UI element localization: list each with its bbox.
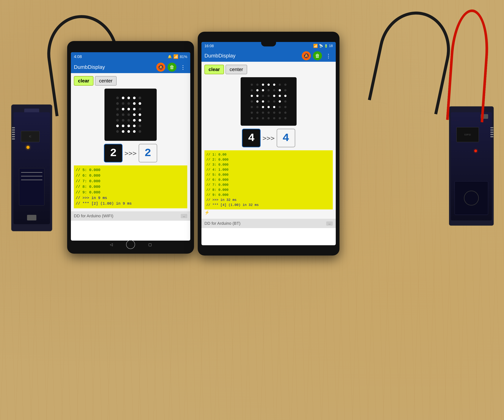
phone-right-content: clear center [201,62,336,219]
phone-left-menu-btn[interactable]: ⋮ [179,64,187,71]
phone-left-recent-btn[interactable]: ▢ [146,241,154,248]
phone-left-menu-icon: ⋮ [180,64,186,70]
phone-left-arrow: >>> [124,149,137,157]
svg-point-74 [262,112,264,114]
r-console-line-5: // 5: 0.000 [206,172,331,177]
svg-point-13 [127,108,130,110]
console-line-1: // 5: 0.000 [76,167,186,173]
svg-point-47 [268,89,270,91]
svg-point-23 [127,119,130,122]
r-console-line-8: // 8: 0.000 [206,187,331,192]
svg-point-65 [251,106,253,108]
svg-point-51 [251,95,253,97]
phone-left-status-bar: 4:08 🔔 📶 81% [71,52,190,61]
phone-right-battery-icon: 🔋 [324,44,328,48]
phone-left-app-bar: DumbDisplay 🔕 🗑 ⋮ [71,61,190,73]
phone-left-btn-row: clear center [74,76,187,86]
svg-point-83 [273,117,275,119]
phone-right-trash-btn[interactable]: 🗑 [313,51,322,60]
svg-point-66 [256,106,258,108]
arduino-right-board: ESP32 [449,106,494,226]
svg-point-71 [284,106,287,108]
r-console-line-11: // *** [4] (1.00) in 32 ms [206,203,331,208]
svg-point-70 [279,106,281,108]
svg-point-79 [251,117,253,119]
phone-left-center-btn[interactable]: center [95,76,117,86]
svg-point-25 [138,119,141,122]
phone-left-connect-btn[interactable]: 🔕 [156,63,165,72]
svg-point-28 [127,125,130,127]
phone-left-status-bottom: DD for Arduino (WIFI) ... [71,211,190,221]
phone-left-clear-btn[interactable]: clear [74,76,93,86]
phone-right-connection-label: DD for Arduino (BT) [204,221,240,226]
svg-point-54 [268,95,270,97]
r-console-line-1: // 1: 0.00 [206,152,331,157]
svg-point-3 [127,97,130,99]
phone-right-trash-icon: 🗑 [315,53,320,59]
phone-left-screen: 4:08 🔔 📶 81% DumbDisplay 🔕 🗑 ⋮ cle [71,52,190,240]
svg-point-22 [122,119,124,122]
phone-left-back-btn[interactable]: ◁ [108,241,115,248]
phone-right-clear-btn[interactable]: clear [204,65,224,74]
phone-right-app-title: DumbDisplay [204,53,300,59]
phone-right-menu-btn[interactable]: ⋮ [324,53,333,59]
phone-left-trash-btn[interactable]: 🗑 [168,63,176,72]
svg-point-21 [116,119,119,122]
svg-point-32 [122,130,124,133]
svg-point-84 [279,117,281,119]
svg-point-10 [138,102,141,105]
svg-point-53 [262,95,264,97]
svg-point-60 [262,100,264,102]
phone-left-app-title: DumbDisplay [74,64,154,70]
phone-left-console: // 5: 0.000 // 6: 0.000 // 7: 0.000 // 8… [74,165,187,208]
svg-point-5 [138,97,141,99]
cable-red [446,8,491,122]
phone-left-more-btn[interactable]: ... [181,214,187,218]
svg-point-35 [138,130,141,133]
phone-right-center-btn[interactable]: center [226,65,247,74]
phone-right-menu-icon: ⋮ [326,53,331,59]
phone-right-connect-btn[interactable]: 🔕 [302,51,311,60]
svg-point-19 [133,113,136,116]
phone-left: 4:08 🔔 📶 81% DumbDisplay 🔕 🗑 ⋮ cle [67,41,194,254]
phone-right-arrow: >>> [263,134,275,142]
phone-left-digit-right: 2 [138,144,157,162]
phone-left-led-svg [108,92,153,137]
r-console-line-6: // 6: 0.000 [206,177,331,182]
phone-right-wifi-icon: 📡 [319,44,323,48]
cable-black-right [368,5,457,114]
phone-left-home-btn[interactable] [126,240,135,249]
r-console-line-4: // 4: 1.000 [206,167,331,172]
phone-right-more-btn[interactable]: ... [326,221,333,226]
phone-right-digit-right: 4 [277,129,295,147]
svg-point-48 [273,89,275,91]
svg-point-77 [279,112,281,114]
svg-point-33 [127,130,130,133]
r-console-line-3: // 3: 0.000 [206,162,331,167]
console-line-4: // 8: 0.000 [76,184,186,190]
phone-right: 16:08 📶 📡 🔋 18 DumbDisplay 🔕 🗑 ⋮ [198,32,340,256]
svg-point-17 [122,113,124,116]
r-console-line-10: // >>> in 32 ms [206,198,331,203]
svg-point-14 [133,108,136,110]
svg-point-42 [279,84,281,86]
svg-point-46 [262,89,264,91]
svg-point-26 [116,125,119,127]
svg-point-45 [256,89,258,91]
svg-point-11 [116,108,119,110]
phone-right-battery-num: 18 [329,44,333,48]
console-line-2: // 6: 0.000 [76,173,186,179]
svg-point-34 [133,130,136,133]
phone-right-btn-row: clear center [204,65,333,74]
svg-point-24 [133,119,136,122]
phone-right-app-bar: DumbDisplay 🔕 🗑 ⋮ [201,50,336,62]
svg-rect-0 [108,92,153,137]
svg-point-43 [284,84,287,86]
svg-point-73 [256,112,258,114]
svg-point-55 [273,95,275,97]
phone-right-bt-row: ⚡ [204,210,333,216]
svg-point-18 [127,113,130,116]
phone-left-nav: ◁ ▢ [108,240,154,249]
svg-point-59 [256,100,258,102]
svg-point-78 [284,112,287,114]
